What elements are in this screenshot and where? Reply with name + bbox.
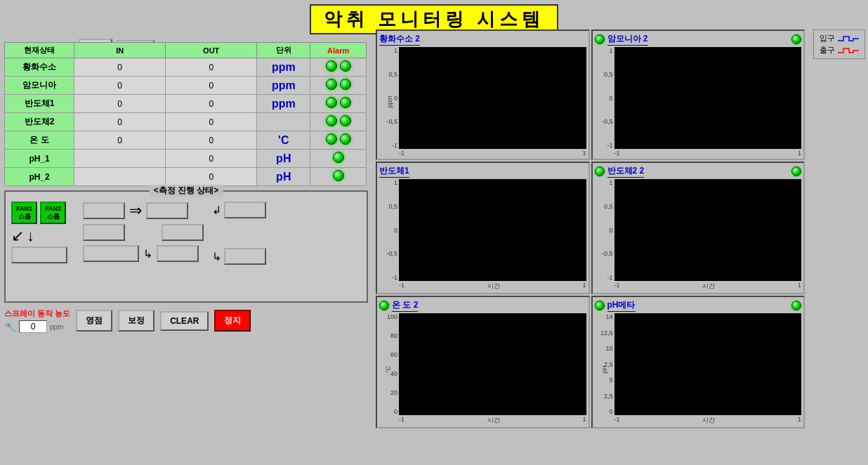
right-btn-1[interactable] <box>224 202 266 218</box>
chart-nh3-led <box>595 34 605 44</box>
chart-h2s-ylabel: ppm <box>386 96 393 108</box>
fan-area: FAN1스톱 FAN2스톱 ↙ ↓ <box>11 202 74 263</box>
chart-semi2-wrapper: 10,50-0,5-1 -1시간1 <box>595 179 802 291</box>
flow-btn-2[interactable] <box>146 202 188 219</box>
led1-3 <box>326 115 337 126</box>
row-unit-0: ppm <box>257 58 310 77</box>
chart-semi1-yaxis: 10,50-0,5-1 <box>379 179 399 281</box>
row-label-0: 황화수소 <box>5 58 74 77</box>
chart-semi1-title: 반도체1 <box>379 165 409 178</box>
chart-ph-yaxis: 1412,5107,552,50 <box>595 313 614 415</box>
chart-semi1-canvas <box>399 179 586 281</box>
right-flow-row-3: ↳ <box>212 248 266 265</box>
chart-h2s-title-row: 황화수소 2 <box>379 33 586 46</box>
row-out-1: 0 <box>166 77 257 95</box>
flow-row-3: ↳ <box>83 245 204 262</box>
row-label-2: 반도체1 <box>5 95 74 113</box>
led1-1 <box>326 79 337 90</box>
fan1-button[interactable]: FAN1스톱 <box>11 202 37 224</box>
led2-2 <box>340 97 351 108</box>
row-in-2: 0 <box>74 95 166 113</box>
chart-semi1-xaxis: -1시간1 <box>399 282 586 291</box>
chart-semi1-wrapper: 10,50-0,5-1 -1시간1 <box>379 179 586 291</box>
row-alarm-0 <box>310 58 367 77</box>
legend-input-icon <box>838 34 859 44</box>
row-unit-6: pH <box>257 168 310 186</box>
row-out-3: 0 <box>166 113 257 131</box>
row-out-0: 0 <box>166 58 257 77</box>
row-unit-2: ppm <box>257 95 310 113</box>
status-section: <측정 진행 상태> FAN1스톱 FAN2스톱 ↙ ↓ <box>4 190 368 303</box>
arrow-down-2: ↓ <box>27 228 34 244</box>
row-alarm-5 <box>310 150 367 168</box>
table-row: pH_10pH <box>5 150 367 168</box>
flow-btn-6[interactable] <box>157 245 199 262</box>
row-alarm-4 <box>310 131 367 150</box>
chart-ph-led2 <box>791 301 801 310</box>
chart-nh3-wrapper: 10,50-0,5-1 -11 <box>595 47 802 157</box>
chart-nh3-yaxis: 10,50-0,5-1 <box>595 47 614 149</box>
led2-1 <box>340 79 351 90</box>
left-panel: 현재상태 IN OUT 단위 Alarm 황화수소00ppm암모니아00ppm반… <box>0 42 372 336</box>
chart-semi2-title: 반도체2 2 <box>607 165 645 178</box>
chart-nh3-panel: 암모니아 2 10,50-0,5-1 -11 <box>591 30 805 160</box>
chart-semi2-yaxis: 10,50-0,5-1 <box>595 179 614 281</box>
chart-h2s-panel: 황화수소 2 10,50-0,5-1 ppm -11 <box>376 30 590 160</box>
table-row: 반도체200 <box>5 113 367 131</box>
row-in-5 <box>74 150 166 168</box>
flow-btn-5[interactable] <box>83 245 139 262</box>
row-label-5: pH_1 <box>5 150 74 168</box>
row-in-0: 0 <box>74 58 166 77</box>
chart-nh3-title: 암모니아 2 <box>607 33 648 46</box>
right-arrow-3: ↳ <box>212 250 221 263</box>
col-alarm: Alarm <box>310 43 367 58</box>
col-in: IN <box>74 43 166 58</box>
row-label-3: 반도체2 <box>5 113 74 131</box>
data-table: 현재상태 IN OUT 단위 Alarm 황화수소00ppm암모니아00ppm반… <box>4 42 367 186</box>
right-flow: ↲ ↳ <box>212 202 266 265</box>
row-label-1: 암모니아 <box>5 77 74 95</box>
chart-temp-wrapper: 100806040200 °C -1시간1 <box>379 313 586 425</box>
col-out: OUT <box>166 43 257 58</box>
chart-semi2-canvas <box>614 179 802 281</box>
chart-h2s-canvas <box>399 47 586 149</box>
row-in-6 <box>74 168 166 186</box>
row-in-3: 0 <box>74 113 166 131</box>
calibrate-button[interactable]: 보정 <box>118 310 154 332</box>
down-arrows: ↙ ↓ <box>11 228 74 244</box>
flow-btn-4[interactable] <box>162 224 204 241</box>
chart-semi2-led <box>595 166 605 176</box>
stop-button[interactable]: 정지 <box>214 310 251 332</box>
right-flow-row-1: ↲ <box>212 202 266 218</box>
led2-0 <box>340 60 351 72</box>
flow-arrow-right-3: ↳ <box>143 247 152 261</box>
row-out-6: 0 <box>166 168 257 186</box>
chart-h2s-wrapper: 10,50-0,5-1 ppm -11 <box>379 47 586 157</box>
row-unit-1: ppm <box>257 77 310 95</box>
table-row: pH_20pH <box>5 168 367 186</box>
chart-ph-ylabel: pH <box>600 365 607 374</box>
chart-semi2-panel: 반도체2 2 10,50-0,5-1 -1시간1 <box>591 162 805 294</box>
chart-semi2-xaxis: -1시간1 <box>614 282 802 291</box>
row-unit-5: pH <box>257 150 310 168</box>
right-btn-3[interactable] <box>224 248 266 265</box>
row-out-2: 0 <box>166 95 257 113</box>
bottom-proc-btn-1[interactable] <box>11 247 67 263</box>
legend-input-row: 입구 <box>820 33 859 44</box>
row-alarm-1 <box>310 77 367 95</box>
flow-row-2 <box>83 224 204 241</box>
ppm-unit: ppm <box>50 323 63 331</box>
row-alarm-3 <box>310 113 367 131</box>
chart-temp-title-row: 온 도 2 <box>379 299 586 312</box>
chart-semi1-panel: 반도체1 10,50-0,5-1 -1시간1 <box>376 162 590 294</box>
zero-button[interactable]: 영점 <box>76 310 112 332</box>
fan2-button[interactable]: FAN2스톱 <box>40 202 66 224</box>
legend-output-row: 출구 <box>820 45 859 55</box>
chart-ph-wrapper: 1412,5107,552,50 pH -1시간1 <box>595 313 802 425</box>
clear-button[interactable]: CLEAR <box>160 311 209 331</box>
flow-btn-3[interactable] <box>83 224 125 241</box>
right-flow-row-2 <box>212 223 266 244</box>
flow-btn-1[interactable] <box>83 202 125 219</box>
chart-semi2-title-row: 반도체2 2 <box>595 165 802 178</box>
row-alarm-6 <box>310 168 367 186</box>
